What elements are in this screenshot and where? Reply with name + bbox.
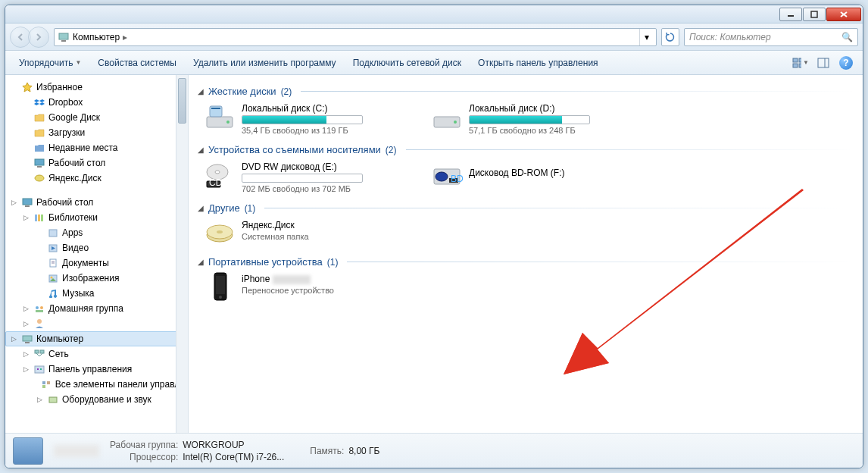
control-panel-items-icon	[40, 378, 52, 390]
libraries-root[interactable]: ▷Библиотеки	[5, 210, 188, 225]
memory-value: 8,00 ГБ	[348, 446, 379, 456]
content-pane: ◢ Жесткие диски (2) Локальный диск (C:) …	[189, 75, 863, 433]
sidebar-video[interactable]: Видео	[5, 240, 188, 255]
bd-drive-icon: BD	[431, 161, 463, 189]
svg-rect-13	[37, 166, 42, 168]
sidebar-documents[interactable]: Документы	[5, 255, 188, 271]
svg-rect-42	[42, 385, 45, 388]
music-icon	[47, 287, 59, 299]
details-pane: Рабочая группа: WORKGROUP Процессор: Int…	[5, 433, 863, 468]
sidebar-desktop-fav[interactable]: Рабочий стол	[5, 155, 188, 171]
sidebar-yandex-disk-fav[interactable]: Яндекс.Диск	[5, 171, 188, 186]
svg-point-28	[40, 306, 43, 309]
desktop-root[interactable]: ▷Рабочий стол	[5, 195, 188, 210]
svg-rect-34	[40, 350, 44, 353]
breadcrumb-chevron-icon[interactable]: ▸	[123, 32, 127, 42]
svg-point-47	[226, 121, 229, 124]
drive-e-dvd[interactable]: CD-R DVD RW дисковод (E:) 702 МБ свободн…	[204, 161, 401, 193]
organize-menu[interactable]: Упорядочить ▼	[11, 55, 89, 71]
sidebar-all-cp-items[interactable]: Все элементы панели управле	[5, 377, 188, 392]
sidebar-recent-places[interactable]: Недавние места	[5, 140, 188, 155]
memory-label: Память:	[310, 446, 344, 456]
view-menu-icon[interactable]: ▼	[792, 55, 809, 71]
minimize-button[interactable]	[779, 8, 802, 21]
drive-c[interactable]: Локальный диск (C:) 35,4 ГБ свободно из …	[204, 103, 401, 135]
expand-icon[interactable]: ▷	[10, 199, 18, 207]
sidebar-music[interactable]: Музыка	[5, 286, 188, 301]
workgroup-label: Рабочая группа:	[110, 440, 178, 450]
preview-pane-icon[interactable]	[815, 55, 832, 71]
breadcrumb-computer[interactable]: Компьютер	[73, 32, 120, 42]
forward-button[interactable]	[28, 27, 49, 48]
open-control-panel-button[interactable]: Открыть панель управления	[470, 55, 606, 71]
favorites-root[interactable]: ▷ Избранное	[5, 80, 188, 95]
svg-rect-10	[818, 58, 829, 67]
expand-icon[interactable]: ▷	[22, 365, 30, 374]
group-hard-drives[interactable]: ◢ Жесткие диски (2)	[198, 86, 854, 97]
expand-icon[interactable]: ▷	[36, 396, 44, 404]
sidebar-hardware-sound[interactable]: ▷Оборудование и звук	[5, 392, 188, 407]
item-iphone[interactable]: iPhone Переносное устройство	[204, 274, 401, 301]
maximize-button[interactable]	[803, 8, 826, 21]
svg-rect-19	[41, 215, 43, 221]
search-input[interactable]: Поиск: Компьютер 🔍	[684, 28, 858, 46]
network-icon	[33, 348, 45, 360]
drive-f-bdrom[interactable]: BD Дисковод BD-ROM (F:)	[431, 161, 628, 193]
sidebar-dropbox[interactable]: Dropbox	[5, 95, 188, 110]
svg-rect-33	[35, 350, 39, 353]
refresh-button[interactable]	[661, 28, 679, 46]
svg-rect-16	[25, 205, 30, 207]
library-icon	[47, 227, 59, 239]
group-portable[interactable]: ◢ Портативные устройства (1)	[198, 256, 854, 268]
item-yandex-disk[interactable]: Яндекс.Диск Системная папка	[204, 220, 401, 247]
sidebar-network[interactable]: ▷Сеть	[5, 346, 188, 362]
homegroup-root[interactable]: ▷Домашняя группа	[5, 301, 188, 316]
control-panel-icon	[33, 363, 45, 375]
capacity-bar	[469, 115, 590, 124]
svg-point-55	[436, 172, 448, 181]
computer-large-icon	[13, 437, 43, 465]
sidebar-pictures[interactable]: Изображения	[5, 271, 188, 286]
libraries-icon	[33, 211, 45, 224]
svg-text:CD-R: CD-R	[209, 177, 232, 188]
cpu-value: Intel(R) Core(TM) i7-26...	[183, 452, 284, 462]
svg-rect-40	[42, 381, 45, 384]
expand-icon[interactable]: ▷	[22, 305, 30, 313]
svg-rect-12	[35, 159, 44, 165]
expand-icon[interactable]: ▷	[10, 335, 18, 343]
sidebar-scrollbar[interactable]	[176, 75, 188, 433]
sidebar-computer[interactable]: ▷Компьютер	[5, 331, 188, 346]
svg-point-49	[454, 121, 457, 124]
search-placeholder: Поиск: Компьютер	[689, 32, 771, 42]
address-dropdown-icon[interactable]: ▾	[639, 29, 653, 45]
address-field[interactable]: Компьютер ▸ ▾	[54, 28, 657, 46]
svg-rect-18	[38, 215, 40, 221]
sidebar-user[interactable]: ▷	[5, 316, 188, 331]
help-icon[interactable]: ?	[838, 55, 854, 71]
homegroup-icon	[33, 302, 45, 315]
sidebar-google-drive[interactable]: Google Диск	[5, 110, 188, 125]
uninstall-program-button[interactable]: Удалить или изменить программу	[186, 55, 344, 71]
svg-rect-37	[35, 366, 44, 373]
svg-rect-9	[799, 64, 801, 67]
expand-icon[interactable]: ▷	[22, 350, 30, 359]
drive-d[interactable]: Локальный диск (D:) 57,1 ГБ свободно из …	[431, 103, 628, 135]
sidebar-apps[interactable]: Apps	[5, 225, 188, 240]
expand-icon[interactable]: ▷	[22, 320, 30, 328]
expand-icon[interactable]: ▷	[22, 214, 30, 222]
svg-rect-20	[49, 230, 57, 236]
folder-icon	[33, 127, 45, 139]
search-icon: 🔍	[841, 32, 853, 42]
sidebar-control-panel[interactable]: ▷Панель управления	[5, 362, 188, 377]
system-properties-button[interactable]: Свойства системы	[90, 55, 184, 71]
svg-point-60	[217, 230, 223, 233]
workgroup-value: WORKGROUP	[183, 440, 284, 450]
group-removable[interactable]: ◢ Устройства со съемными носителями (2)	[198, 144, 854, 155]
svg-rect-8	[793, 64, 798, 67]
group-other[interactable]: ◢ Другие (1)	[198, 202, 854, 214]
svg-point-39	[40, 368, 42, 370]
sidebar-downloads[interactable]: Загрузки	[5, 125, 188, 140]
close-button[interactable]	[826, 8, 861, 21]
map-network-drive-button[interactable]: Подключить сетевой диск	[345, 55, 469, 71]
collapse-icon: ◢	[198, 87, 204, 96]
